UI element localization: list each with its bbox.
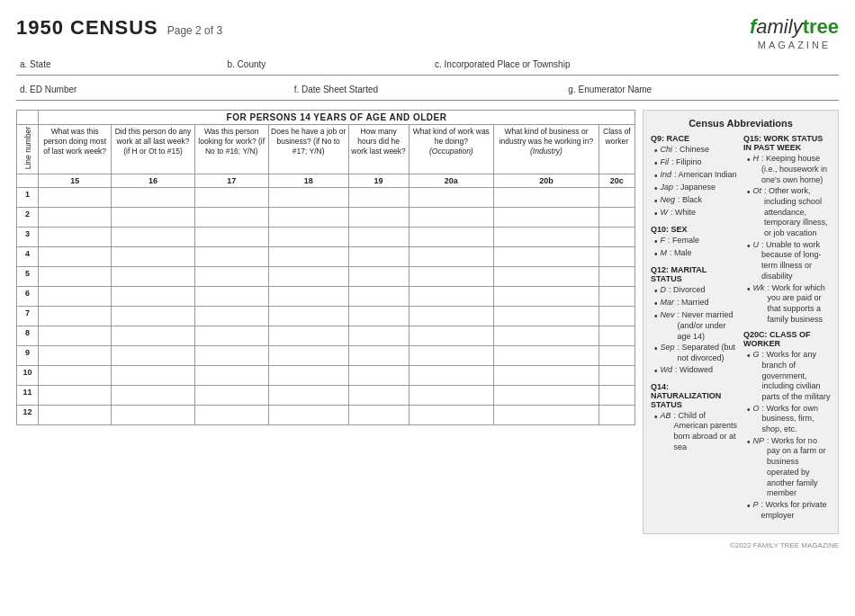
data-cell[interactable] bbox=[39, 326, 112, 345]
data-cell[interactable] bbox=[409, 405, 494, 424]
data-cell[interactable] bbox=[268, 405, 348, 424]
data-cell[interactable] bbox=[39, 207, 112, 227]
data-cell[interactable] bbox=[409, 266, 494, 286]
abbr-item: Fil: Filipino bbox=[654, 157, 738, 169]
data-cell[interactable] bbox=[348, 405, 409, 424]
data-cell[interactable] bbox=[598, 405, 634, 424]
data-cell[interactable] bbox=[39, 405, 112, 424]
data-cell[interactable] bbox=[268, 326, 348, 345]
data-cell[interactable] bbox=[409, 365, 494, 385]
data-cell[interactable] bbox=[268, 306, 348, 326]
data-cell[interactable] bbox=[194, 187, 268, 207]
data-cell[interactable] bbox=[598, 365, 634, 385]
data-cell[interactable] bbox=[112, 306, 194, 326]
data-cell[interactable] bbox=[409, 326, 494, 345]
col-num-17: 17 bbox=[194, 174, 268, 187]
data-cell[interactable] bbox=[268, 345, 348, 365]
data-cell[interactable] bbox=[598, 385, 634, 405]
data-cell[interactable] bbox=[494, 345, 599, 365]
data-cell[interactable] bbox=[409, 286, 494, 306]
data-cell[interactable] bbox=[348, 345, 409, 365]
data-cell[interactable] bbox=[268, 266, 348, 286]
data-cell[interactable] bbox=[39, 187, 112, 207]
data-cell[interactable] bbox=[194, 246, 268, 266]
data-cell[interactable] bbox=[598, 227, 634, 246]
data-cell[interactable] bbox=[494, 246, 599, 266]
data-cell[interactable] bbox=[39, 385, 112, 405]
data-cell[interactable] bbox=[598, 306, 634, 326]
col-num-18: 18 bbox=[268, 174, 348, 187]
data-cell[interactable] bbox=[494, 365, 599, 385]
data-cell[interactable] bbox=[494, 227, 599, 246]
data-cell[interactable] bbox=[39, 306, 112, 326]
data-cell[interactable] bbox=[494, 207, 599, 227]
data-cell[interactable] bbox=[348, 365, 409, 385]
data-cell[interactable] bbox=[348, 246, 409, 266]
data-cell[interactable] bbox=[598, 326, 634, 345]
data-cell[interactable] bbox=[194, 207, 268, 227]
data-cell[interactable] bbox=[39, 266, 112, 286]
data-cell[interactable] bbox=[112, 227, 194, 246]
data-cell[interactable] bbox=[268, 187, 348, 207]
data-cell[interactable] bbox=[494, 187, 599, 207]
data-cell[interactable] bbox=[348, 306, 409, 326]
data-cell[interactable] bbox=[112, 286, 194, 306]
data-cell[interactable] bbox=[494, 405, 599, 424]
data-cell[interactable] bbox=[598, 345, 634, 365]
data-cell[interactable] bbox=[268, 246, 348, 266]
data-cell[interactable] bbox=[194, 345, 268, 365]
data-cell[interactable] bbox=[494, 286, 599, 306]
data-cell[interactable] bbox=[348, 326, 409, 345]
data-cell[interactable] bbox=[112, 246, 194, 266]
data-cell[interactable] bbox=[194, 326, 268, 345]
data-cell[interactable] bbox=[598, 286, 634, 306]
data-cell[interactable] bbox=[268, 365, 348, 385]
data-cell[interactable] bbox=[409, 246, 494, 266]
data-cell[interactable] bbox=[598, 266, 634, 286]
data-cell[interactable] bbox=[112, 365, 194, 385]
data-cell[interactable] bbox=[194, 405, 268, 424]
data-cell[interactable] bbox=[348, 266, 409, 286]
data-cell[interactable] bbox=[39, 345, 112, 365]
data-cell[interactable] bbox=[112, 405, 194, 424]
data-cell[interactable] bbox=[112, 187, 194, 207]
data-cell[interactable] bbox=[494, 385, 599, 405]
sidebar: Census Abbreviations Q9: RACEChi: Chines… bbox=[643, 110, 839, 534]
data-cell[interactable] bbox=[598, 207, 634, 227]
data-cell[interactable] bbox=[409, 227, 494, 246]
data-cell[interactable] bbox=[409, 207, 494, 227]
data-cell[interactable] bbox=[348, 187, 409, 207]
data-cell[interactable] bbox=[268, 385, 348, 405]
data-cell[interactable] bbox=[598, 246, 634, 266]
data-cell[interactable] bbox=[39, 286, 112, 306]
data-cell[interactable] bbox=[494, 306, 599, 326]
data-cell[interactable] bbox=[39, 365, 112, 385]
data-cell[interactable] bbox=[268, 227, 348, 246]
data-cell[interactable] bbox=[409, 345, 494, 365]
data-cell[interactable] bbox=[112, 207, 194, 227]
data-cell[interactable] bbox=[39, 246, 112, 266]
data-cell[interactable] bbox=[194, 306, 268, 326]
data-cell[interactable] bbox=[112, 266, 194, 286]
data-cell[interactable] bbox=[598, 187, 634, 207]
data-cell[interactable] bbox=[268, 286, 348, 306]
data-cell[interactable] bbox=[348, 207, 409, 227]
data-cell[interactable] bbox=[112, 385, 194, 405]
data-cell[interactable] bbox=[194, 365, 268, 385]
data-cell[interactable] bbox=[112, 345, 194, 365]
data-cell[interactable] bbox=[112, 326, 194, 345]
data-cell[interactable] bbox=[494, 266, 599, 286]
data-cell[interactable] bbox=[409, 385, 494, 405]
data-cell[interactable] bbox=[348, 286, 409, 306]
data-cell[interactable] bbox=[194, 266, 268, 286]
data-cell[interactable] bbox=[348, 385, 409, 405]
data-cell[interactable] bbox=[39, 227, 112, 246]
data-cell[interactable] bbox=[194, 227, 268, 246]
data-cell[interactable] bbox=[268, 207, 348, 227]
data-cell[interactable] bbox=[494, 326, 599, 345]
data-cell[interactable] bbox=[348, 227, 409, 246]
data-cell[interactable] bbox=[194, 385, 268, 405]
data-cell[interactable] bbox=[194, 286, 268, 306]
data-cell[interactable] bbox=[409, 306, 494, 326]
data-cell[interactable] bbox=[409, 187, 494, 207]
